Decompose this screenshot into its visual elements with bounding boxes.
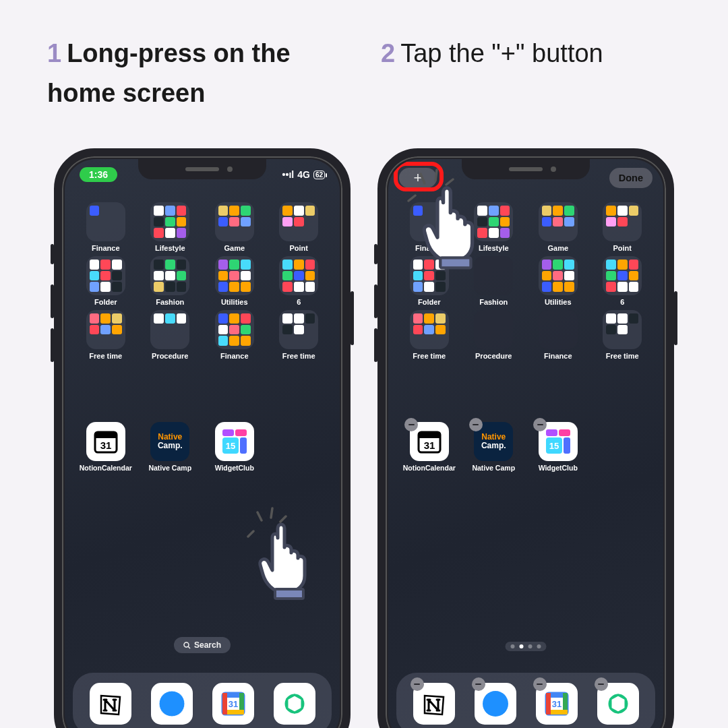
svg-line-42 — [435, 170, 437, 181]
folder-label: Utilities — [545, 298, 572, 306]
step-2-instruction: 2Tap the "+" button — [347, 34, 681, 113]
folder-label: Game — [224, 244, 245, 252]
folder-label: Point — [613, 244, 632, 252]
folder-6[interactable] — [603, 256, 642, 295]
search-icon — [183, 642, 191, 649]
svg-rect-3 — [222, 429, 234, 436]
app-widgetclub[interactable]: 15 — [215, 422, 254, 461]
folder-label: Procedure — [152, 352, 188, 360]
dock: 31 — [396, 673, 655, 728]
folder-label: Game — [547, 244, 568, 252]
done-button[interactable]: Done — [609, 168, 653, 188]
dock-app-notion[interactable] — [90, 683, 131, 725]
page-indicator[interactable] — [506, 642, 547, 651]
remove-app-button[interactable] — [533, 418, 547, 431]
tap-gesture — [417, 179, 497, 274]
folder-label: Finance — [92, 244, 120, 252]
folder-label: 6 — [620, 298, 624, 306]
dock-app-chatgpt[interactable] — [274, 683, 315, 725]
app-label: Native Camp — [472, 464, 515, 472]
folder-6[interactable] — [279, 256, 318, 295]
svg-line-40 — [408, 195, 415, 201]
tap-sparks-icon — [247, 504, 287, 538]
remove-app-button[interactable] — [595, 677, 608, 691]
svg-rect-4 — [235, 429, 247, 436]
battery-icon: 62 — [313, 171, 325, 179]
svg-rect-37 — [546, 693, 551, 715]
time-pill[interactable]: 1:36 — [80, 167, 117, 182]
folder-label: Free time — [413, 352, 446, 360]
remove-app-button[interactable] — [472, 677, 485, 691]
svg-point-32 — [483, 691, 508, 717]
search-button[interactable]: Search — [174, 637, 231, 653]
folder-label: Point — [290, 244, 309, 252]
app-label: Native Camp — [148, 464, 191, 472]
folder-label: 6 — [297, 298, 301, 306]
folder-finance[interactable] — [86, 202, 125, 241]
svg-rect-44 — [440, 257, 471, 268]
home-screen[interactable]: 1:36 ••ıl 4G 62 Finance Lifestyle Game P… — [65, 159, 340, 728]
done-label: Done — [619, 173, 643, 183]
remove-app-button[interactable] — [533, 677, 547, 691]
svg-point-8 — [184, 642, 189, 647]
app-label: WidgetClub — [215, 464, 254, 472]
app-row: 31 NotionCalendar Native Camp. Native Ca… — [65, 422, 340, 472]
folder-point[interactable] — [279, 202, 318, 241]
folder-utilities[interactable] — [215, 256, 254, 295]
app-row: 31 NotionCalendar Native Camp. Native Ca… — [388, 422, 663, 472]
folder-point[interactable] — [603, 202, 642, 241]
app-notioncalendar[interactable]: 31 — [86, 422, 125, 461]
svg-line-21 — [271, 508, 272, 518]
remove-app-button[interactable] — [411, 677, 424, 691]
dock-app-google-calendar[interactable]: 31 — [212, 683, 254, 725]
dock-app-safari[interactable] — [151, 683, 193, 725]
folder-game[interactable] — [539, 202, 578, 241]
folder-label: Free time — [282, 352, 315, 360]
remove-app-button[interactable] — [404, 418, 418, 431]
folder-procedure[interactable] — [474, 310, 513, 349]
folder-utilities[interactable] — [539, 256, 578, 295]
app-label: WidgetClub — [539, 464, 578, 472]
svg-text:31: 31 — [551, 699, 561, 709]
phone-left: 1:36 ••ıl 4G 62 Finance Lifestyle Game P… — [54, 148, 351, 728]
svg-rect-7 — [240, 437, 247, 454]
folder-label: Fashion — [156, 298, 184, 306]
folder-label: Fashion — [479, 298, 508, 306]
folder-freetime2[interactable] — [603, 310, 642, 349]
app-nativecamp[interactable]: Native Camp. — [150, 422, 189, 461]
folder-freetime2[interactable] — [279, 310, 318, 349]
folder-label: Folder — [418, 298, 441, 306]
notch — [138, 159, 266, 179]
folder-game[interactable] — [215, 202, 254, 241]
tap-sparks-icon — [407, 166, 454, 203]
dock: 31 — [73, 673, 332, 728]
remove-app-button[interactable] — [469, 418, 483, 431]
svg-line-43 — [446, 179, 453, 185]
signal-icon: ••ıl — [282, 169, 295, 180]
folder-finance2[interactable] — [539, 310, 578, 349]
folder-label: Free time — [606, 352, 639, 360]
folder-finance2[interactable] — [215, 310, 254, 349]
svg-line-41 — [421, 174, 425, 183]
folder-freetime[interactable] — [86, 310, 125, 349]
svg-rect-16 — [222, 693, 227, 715]
folder-lifestyle[interactable] — [150, 202, 189, 241]
folder-fashion[interactable] — [150, 256, 189, 295]
folder-label: Finance — [544, 352, 572, 360]
home-screen-edit-mode[interactable]: + Done Finance Lifestyle Game Point Fold… — [388, 159, 663, 728]
folder-label: Lifestyle — [155, 244, 185, 252]
search-label: Search — [194, 640, 221, 650]
folder-procedure[interactable] — [150, 310, 189, 349]
svg-rect-28 — [559, 429, 570, 436]
svg-line-20 — [257, 512, 262, 520]
svg-text:15: 15 — [549, 441, 559, 451]
step-1-number: 1 — [47, 39, 61, 67]
step-1-instruction: 1Long-press on the home screen — [47, 34, 347, 113]
network-label: 4G — [297, 169, 310, 180]
svg-text:31: 31 — [228, 699, 237, 709]
phone-right: + Done Finance Lifestyle Game Point Fold… — [377, 148, 674, 728]
step-2-number: 2 — [381, 39, 395, 67]
folder-folder[interactable] — [86, 256, 125, 295]
folder-freetime[interactable] — [410, 310, 449, 349]
step-2-text: Tap the "+" button — [400, 39, 603, 67]
